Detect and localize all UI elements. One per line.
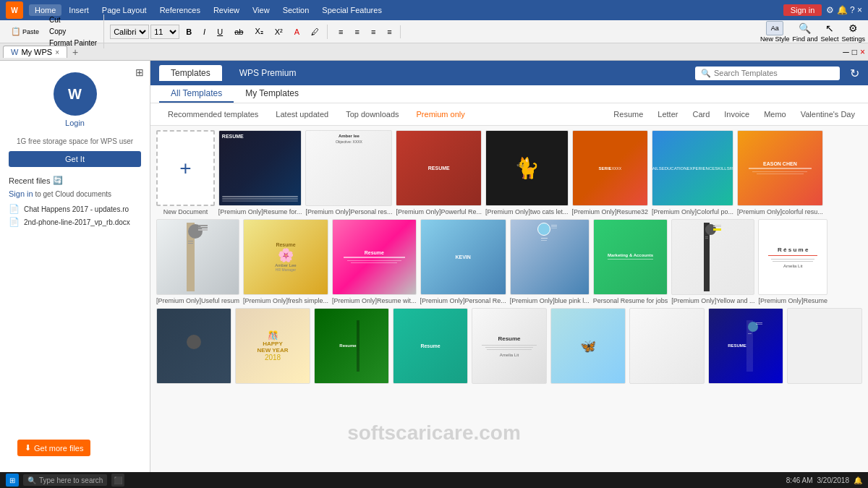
add-tab-button[interactable]: + bbox=[69, 46, 82, 59]
start-button[interactable]: ⊞ bbox=[6, 474, 19, 487]
template-r2-5-label: [Premium Only]blue pink l... bbox=[510, 297, 590, 304]
align-left-button[interactable]: ≡ bbox=[333, 25, 348, 38]
wps-logo-small: W bbox=[11, 48, 18, 56]
align-center-button[interactable]: ≡ bbox=[349, 25, 364, 38]
template-r2-6-label: Personal Resume for jobs bbox=[593, 297, 668, 304]
template-r1-3[interactable]: RESUME [Premium Only]Powerful Re... bbox=[396, 130, 482, 215]
template-r2-3[interactable]: Resume [Premium Only]Resume wit... bbox=[332, 219, 417, 304]
task-view-button[interactable]: ⬛ bbox=[111, 474, 124, 487]
category-resume[interactable]: Resume bbox=[609, 108, 647, 120]
search-input[interactable] bbox=[714, 69, 834, 77]
my-wps-tab[interactable]: W My WPS × bbox=[3, 46, 67, 58]
filter-latest[interactable]: Latest updated bbox=[267, 108, 337, 121]
font-family-select[interactable]: Calibri bbox=[110, 25, 149, 39]
search-icon-taskbar: 🔍 bbox=[27, 476, 36, 484]
get-it-button[interactable]: Get It bbox=[9, 151, 141, 167]
template-r1-2[interactable]: Amber lee Objective: XXXX [Premium Only]… bbox=[305, 130, 392, 215]
template-r3-3[interactable]: Resume bbox=[314, 308, 389, 386]
copy-button[interactable]: Copy bbox=[46, 26, 101, 37]
template-r3-9[interactable] bbox=[787, 308, 862, 386]
recent-files-section: Recent files 🔄 Sign in to get Cloud docu… bbox=[0, 170, 150, 234]
filter-recommended[interactable]: Recommended templates bbox=[159, 108, 267, 121]
new-document-card[interactable]: + New Document bbox=[156, 130, 215, 215]
template-r2-5[interactable]: [Premium Only]blue pink l... bbox=[510, 219, 590, 304]
notification-icon[interactable]: 🔔 bbox=[854, 476, 862, 484]
template-r2-1[interactable]: [Premium Only]Useful resum bbox=[156, 219, 239, 304]
template-r1-1[interactable]: RESUME [Premium Only]Resume for... bbox=[218, 130, 302, 215]
template-r2-8-label: [Premium Only]Resume bbox=[758, 297, 827, 304]
template-r2-8[interactable]: R é s u m e Amelia Lit [Premium Only]Res… bbox=[758, 219, 827, 304]
menu-page-layout[interactable]: Page Layout bbox=[96, 4, 153, 16]
justify-button[interactable]: ≡ bbox=[382, 25, 396, 38]
my-templates-tab[interactable]: My Templates bbox=[234, 85, 310, 103]
grid-menu-button[interactable]: ⊞ bbox=[135, 67, 144, 78]
template-r3-1[interactable] bbox=[156, 308, 231, 386]
select-button[interactable]: ↖ Select bbox=[820, 21, 838, 43]
sign-in-link[interactable]: Sign in bbox=[9, 189, 33, 198]
template-r1-5[interactable]: SERIE XXXX [Premium Only]Resume32 bbox=[572, 130, 649, 215]
menu-view[interactable]: View bbox=[247, 4, 276, 16]
template-r3-4[interactable]: Resume bbox=[393, 308, 468, 386]
menu-section[interactable]: Section bbox=[277, 4, 315, 16]
template-r2-7[interactable]: [Premium Only]Yellow and ... bbox=[671, 219, 754, 304]
template-r3-2[interactable]: 🎊 HAPPYNEW YEAR 2018 bbox=[235, 308, 310, 386]
subscript-button[interactable]: X₂ bbox=[250, 25, 268, 38]
menu-special-features[interactable]: Special Features bbox=[316, 4, 388, 16]
template-r1-6[interactable]: FIRST NAME DETAILS EDUCATION EXPERIENCE … bbox=[652, 130, 733, 215]
menu-references[interactable]: References bbox=[154, 4, 206, 16]
strikethrough-button[interactable]: ab bbox=[229, 25, 248, 38]
template-r2-6[interactable]: Marketing & Accounts Personal Resume for… bbox=[593, 219, 668, 304]
tab-wps-premium[interactable]: WPS Premium bbox=[228, 65, 308, 81]
minimize-button[interactable]: ─ bbox=[843, 47, 849, 57]
bold-button[interactable]: B bbox=[181, 25, 197, 38]
all-templates-tab[interactable]: All Templates bbox=[159, 85, 234, 103]
template-r3-7[interactable] bbox=[629, 308, 705, 386]
sidebar: ⊞ W Login 1G free storage space for WPS … bbox=[0, 61, 150, 472]
taskbar-search[interactable]: 🔍 Type here to search bbox=[23, 474, 107, 486]
toolbar-row1: 📋 Paste Cut Copy Format Painter Calibri … bbox=[0, 20, 868, 43]
filter-premium-only[interactable]: Premium only bbox=[408, 108, 474, 121]
highlight-button[interactable]: 🖊 bbox=[306, 25, 324, 38]
get-more-files-button[interactable]: ⬇ Get more files bbox=[17, 440, 90, 456]
settings-button[interactable]: ⚙ Settings bbox=[841, 21, 865, 43]
category-letter[interactable]: Letter bbox=[653, 108, 682, 120]
refresh-button[interactable]: ↻ bbox=[850, 67, 859, 80]
recent-file-2[interactable]: 📄 2nd-phone-line-2017_vp_rb.docx bbox=[9, 215, 141, 228]
sign-in-button[interactable]: Sign in bbox=[783, 4, 822, 16]
underline-button[interactable]: U bbox=[212, 25, 228, 38]
template-r3-8[interactable]: RESUME bbox=[708, 308, 783, 386]
taskbar-time: 8:46 AM bbox=[786, 476, 813, 484]
template-r3-5[interactable]: Resume Amelia Lit bbox=[472, 308, 547, 386]
close-tab-icon[interactable]: × bbox=[55, 48, 59, 56]
cut-button[interactable]: Cut bbox=[46, 14, 101, 25]
align-right-button[interactable]: ≡ bbox=[366, 25, 380, 38]
login-label[interactable]: Login bbox=[65, 119, 85, 127]
menu-review[interactable]: Review bbox=[208, 4, 245, 16]
main-layout: ⊞ W Login 1G free storage space for WPS … bbox=[0, 61, 868, 472]
filter-top-downloads[interactable]: Top downloads bbox=[337, 108, 407, 121]
template-r2-1-label: [Premium Only]Useful resum bbox=[156, 297, 239, 304]
new-style-button[interactable]: Aa New Style bbox=[760, 21, 790, 43]
category-valentines[interactable]: Valentine's Day bbox=[796, 108, 859, 120]
tab-templates[interactable]: Templates bbox=[159, 65, 222, 81]
template-r1-4[interactable]: 🐈 [Premium Only]two cats let... bbox=[485, 130, 569, 215]
new-doc-plus-icon: + bbox=[179, 157, 191, 180]
category-invoice[interactable]: Invoice bbox=[720, 108, 754, 120]
template-r2-2[interactable]: Resume 🌸 Amber Lee HR Manager [Premium O… bbox=[243, 219, 328, 304]
category-memo[interactable]: Memo bbox=[760, 108, 791, 120]
text-color-button[interactable]: A bbox=[289, 25, 305, 38]
find-replace-button[interactable]: 🔍 Find and bbox=[792, 21, 817, 43]
italic-button[interactable]: I bbox=[198, 25, 210, 38]
template-r1-5-label: [Premium Only]Resume32 bbox=[572, 208, 649, 215]
recent-file-1[interactable]: 📄 Chat Happens 2017 - updates.ro bbox=[9, 202, 141, 215]
paste-button[interactable]: 📋 Paste bbox=[6, 25, 44, 38]
template-r3-6[interactable]: 🦋 bbox=[550, 308, 626, 386]
maximize-button[interactable]: □ bbox=[852, 47, 857, 57]
superscript-button[interactable]: X² bbox=[270, 25, 288, 38]
template-r1-7[interactable]: EASON CHEN [Premium Only]colorful resu..… bbox=[737, 130, 823, 215]
clipboard-group: 📋 Paste Cut Copy Format Painter bbox=[3, 14, 104, 48]
template-r2-4[interactable]: KEVIN [Premium Only]Personal Re... bbox=[420, 219, 506, 304]
close-window-button[interactable]: × bbox=[860, 47, 865, 57]
font-size-select[interactable]: 11 bbox=[150, 25, 179, 39]
category-card[interactable]: Card bbox=[688, 108, 714, 120]
